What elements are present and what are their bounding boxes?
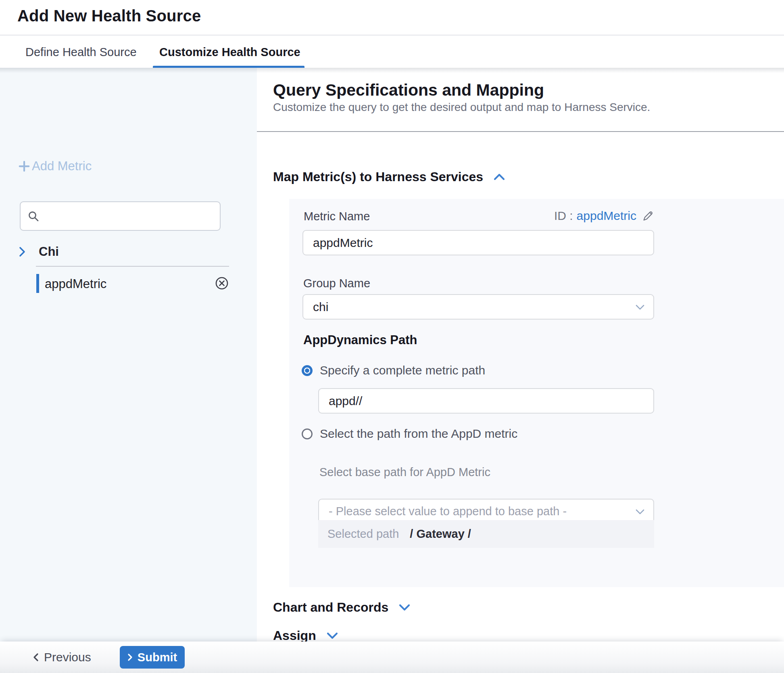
id-value-link[interactable]: appdMetric — [577, 209, 636, 223]
delete-metric-icon[interactable] — [215, 276, 229, 291]
dialog-title: Add New Health Source — [17, 7, 201, 25]
radio-selected-icon[interactable] — [302, 365, 313, 376]
assign-title: Assign — [273, 628, 316, 643]
dialog-header: Add New Health Source — [0, 0, 784, 35]
assign-section-header[interactable]: Assign — [273, 628, 338, 643]
metric-name-input[interactable] — [302, 230, 654, 255]
group-name-value: chi — [313, 300, 328, 314]
tab-customize-health-source[interactable]: Customize Health Source — [159, 36, 300, 69]
previous-button[interactable]: Previous — [33, 642, 91, 673]
complete-metric-path-input[interactable] — [318, 388, 654, 414]
group-name: Chi — [39, 245, 59, 259]
radio-complete-path-label: Specify a complete metric path — [320, 364, 485, 377]
page-title: Query Specifications and Mapping — [273, 81, 544, 100]
base-path-placeholder: - Please select value to append to base … — [329, 505, 567, 518]
metric-search — [20, 201, 221, 231]
tab-define-label: Define Health Source — [25, 46, 137, 59]
metric-item-label: appdMetric — [45, 277, 106, 291]
tab-customize-label: Customize Health Source — [159, 46, 300, 59]
selected-indicator — [36, 274, 39, 293]
section-divider — [257, 131, 784, 132]
chevron-left-icon — [33, 653, 39, 662]
tab-define-health-source[interactable]: Define Health Source — [25, 36, 137, 69]
radio-select-path-label: Select the path from the AppD metric — [320, 427, 517, 441]
metric-list-item[interactable]: appdMetric — [36, 272, 229, 295]
chart-and-records-title: Chart and Records — [273, 600, 388, 615]
chevron-down-icon[interactable] — [399, 604, 410, 611]
metric-sidebar: Add Metric Chi appdMetric — [0, 68, 257, 673]
selected-path-label: Selected path — [327, 527, 399, 541]
chevron-up-icon[interactable] — [494, 173, 505, 181]
radio-complete-metric-path[interactable]: Specify a complete metric path — [302, 364, 485, 377]
map-metrics-section-title: Map Metric(s) to Harness Services — [273, 169, 483, 184]
group-name-select[interactable]: chi — [302, 294, 654, 320]
plus-icon — [18, 160, 30, 172]
edit-pencil-icon[interactable] — [642, 210, 654, 222]
chevron-down-icon — [636, 305, 644, 310]
add-metric-button[interactable]: Add Metric — [18, 159, 92, 173]
submit-button[interactable]: Submit — [120, 646, 185, 669]
chevron-down-icon — [636, 509, 644, 515]
chevron-right-icon — [127, 653, 133, 661]
submit-button-label: Submit — [138, 651, 177, 664]
add-metric-label: Add Metric — [32, 159, 92, 173]
appdynamics-path-heading: AppDynamics Path — [303, 333, 417, 347]
group-name-label: Group Name — [303, 277, 370, 290]
previous-button-label: Previous — [44, 650, 91, 664]
base-path-label: Select base path for AppD Metric — [319, 466, 490, 479]
map-metrics-section-header[interactable]: Map Metric(s) to Harness Services — [273, 169, 505, 184]
group-divider — [36, 266, 229, 267]
chevron-right-icon — [19, 246, 26, 257]
radio-select-appd-path[interactable]: Select the path from the AppD metric — [302, 427, 517, 441]
chevron-down-icon[interactable] — [327, 632, 338, 640]
metric-id-row: ID : appdMetric — [554, 209, 654, 223]
page-subtitle: Customize the query to get the desired o… — [273, 101, 650, 114]
selected-path-row: Selected path / Gateway / — [318, 520, 654, 548]
search-input[interactable] — [44, 204, 220, 228]
add-health-source-dialog: Add New Health Source Define Health Sour… — [0, 0, 784, 673]
search-icon — [27, 210, 40, 222]
metric-group-chi[interactable]: Chi — [19, 245, 59, 259]
selected-path-value: / Gateway / — [410, 527, 471, 541]
radio-unselected-icon[interactable] — [302, 428, 313, 439]
tab-bar: Define Health Source Customize Health So… — [0, 35, 784, 68]
dialog-footer: Previous Submit — [0, 642, 784, 673]
id-prefix-label: ID : — [554, 209, 573, 223]
chart-and-records-section-header[interactable]: Chart and Records — [273, 600, 410, 615]
metric-name-label: Metric Name — [304, 210, 370, 223]
